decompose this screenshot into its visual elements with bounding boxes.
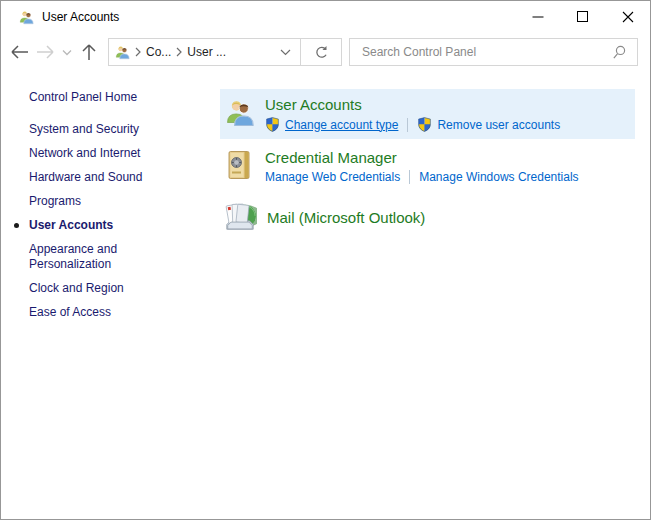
refresh-icon (313, 44, 330, 61)
manage-web-credentials-link[interactable]: Manage Web Credentials (265, 170, 400, 184)
chevron-down-icon (62, 49, 72, 56)
maximize-icon (577, 11, 588, 22)
mail-outlook-icon (223, 200, 257, 234)
sidebar-item-appearance-and-personalization[interactable]: Appearance and Personalization (1, 242, 191, 272)
user-accounts-icon (223, 96, 255, 128)
forward-arrow-icon (36, 44, 55, 60)
sidebar-item-clock-and-region[interactable]: Clock and Region (1, 281, 191, 296)
back-arrow-icon (10, 44, 29, 60)
recent-pages-button[interactable] (60, 41, 74, 63)
close-button[interactable] (605, 1, 650, 32)
sidebar-item-ease-of-access[interactable]: Ease of Access (1, 305, 191, 320)
section-credential-manager: Credential Manager Manage Web Credential… (220, 142, 635, 191)
sidebar-item-control-panel-home[interactable]: Control Panel Home (1, 90, 191, 105)
sidebar: Control Panel Home System and Security N… (1, 72, 220, 520)
manage-windows-credentials-link[interactable]: Manage Windows Credentials (419, 170, 578, 184)
sidebar-item-network-and-internet[interactable]: Network and Internet (1, 146, 191, 161)
up-arrow-icon (81, 43, 97, 61)
sidebar-item-label: User Accounts (29, 218, 113, 232)
credential-manager-safe-icon (223, 149, 255, 181)
sidebar-item-system-and-security[interactable]: System and Security (1, 122, 191, 137)
close-icon (622, 11, 634, 23)
sidebar-item-hardware-and-sound[interactable]: Hardware and Sound (1, 170, 191, 185)
task-separator (407, 118, 408, 132)
titlebar: User Accounts (1, 1, 650, 32)
uac-shield-icon (265, 117, 280, 132)
mail-title-link[interactable]: Mail (Microsoft Outlook) (267, 209, 425, 227)
search-box (349, 38, 638, 66)
user-accounts-app-icon (18, 9, 34, 25)
window-title: User Accounts (42, 10, 119, 24)
minimize-button[interactable] (515, 1, 560, 32)
maximize-button[interactable] (560, 1, 605, 32)
content-area: User Accounts Change account type Remove… (220, 72, 650, 520)
search-icon[interactable] (607, 44, 637, 61)
credential-manager-title-link[interactable]: Credential Manager (265, 149, 579, 167)
navigation-bar: Co... User ... (1, 32, 650, 72)
address-dropdown-button[interactable] (271, 39, 300, 65)
up-button[interactable] (78, 41, 100, 63)
breadcrumb-item-control-panel[interactable]: Co... (146, 45, 171, 59)
user-accounts-title-link[interactable]: User Accounts (265, 96, 560, 114)
breadcrumb-item-user-accounts[interactable]: User ... (187, 45, 226, 59)
control-panel-window: User Accounts (0, 0, 651, 520)
window-body: Control Panel Home System and Security N… (1, 72, 650, 520)
sidebar-item-programs[interactable]: Programs (1, 194, 191, 209)
back-button[interactable] (8, 41, 30, 63)
minimize-icon (532, 11, 544, 23)
uac-shield-icon (417, 117, 432, 132)
section-user-accounts: User Accounts Change account type Remove… (220, 89, 635, 139)
active-item-bullet (14, 223, 19, 228)
refresh-button[interactable] (300, 38, 342, 66)
chevron-down-icon (280, 49, 291, 56)
search-input[interactable] (350, 45, 607, 59)
window-controls (515, 1, 650, 32)
address-bar[interactable]: Co... User ... (108, 38, 301, 66)
breadcrumb-separator-icon (134, 47, 142, 57)
breadcrumb-separator-icon (175, 47, 183, 57)
remove-user-accounts-link[interactable]: Remove user accounts (437, 118, 560, 132)
section-mail: Mail (Microsoft Outlook) (220, 194, 635, 241)
forward-button[interactable] (34, 41, 56, 63)
breadcrumb-user-accounts-icon (114, 44, 130, 60)
task-separator (409, 170, 410, 184)
change-account-type-link[interactable]: Change account type (285, 118, 398, 132)
sidebar-item-user-accounts[interactable]: User Accounts (1, 218, 191, 233)
